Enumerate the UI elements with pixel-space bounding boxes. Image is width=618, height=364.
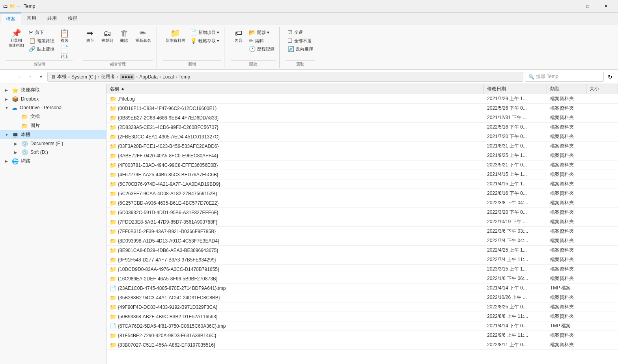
table-row[interactable]: 📁{0B89EB27-2C68-4686-9EB4-4F7ED6DDA833}2… [106, 113, 618, 123]
table-row[interactable]: 📁{9F91F548-D277-4AF7-B3A3-37B5FE934299}2… [106, 255, 618, 265]
invert-select-button[interactable]: 🔄 反向選擇 [286, 45, 315, 53]
copy-path-label: 複製路徑 [37, 38, 54, 44]
col-header-date[interactable]: 修改日期 [484, 84, 547, 94]
window-title: Temp [24, 4, 35, 9]
sidebar-item-onedrive[interactable]: ▼ ☁ OneDrive - Personal [0, 103, 106, 112]
table-row[interactable]: 📁{50B93368-AB2F-4B9C-B3B2-D1E52A116563}2… [106, 312, 618, 321]
folder-icon: 📁 [110, 238, 116, 244]
table-row[interactable]: 📁{6D03932C-591D-4DD1-95B6-A31F827EFE6F}2… [106, 208, 618, 217]
easy-access-button[interactable]: 💡 輕鬆存取 ▾ [189, 37, 221, 45]
rename-button[interactable]: ✏ 重新命名 [133, 28, 153, 44]
sidebar-item-drive-d[interactable]: ▶ 💿 Soft (D:) [0, 148, 106, 157]
table-row[interactable]: 📁{4F67279F-AA25-44B6-85C3-BED76A7F5C6B}2… [106, 170, 618, 179]
maximize-button[interactable]: □ [579, 0, 597, 13]
col-header-name[interactable]: 名稱 ▲ [106, 84, 484, 94]
path-part-temp[interactable]: Temp [179, 74, 190, 80]
cut-button[interactable]: ✂ 剪下 [27, 28, 56, 36]
tab-home[interactable]: 常用 [21, 13, 42, 25]
delete-button[interactable]: 🗑 刪除 [116, 28, 132, 44]
copy-label: 複製 [61, 38, 69, 43]
table-row[interactable]: 📁{81F54BE2-7290-420A-98D3-F631A39B146C}2… [106, 331, 618, 340]
sidebar-label-onedrive: OneDrive - Personal [20, 105, 63, 110]
table-row[interactable]: 📁{83B07027-C51E-455A-A862-EF8197035516}2… [106, 340, 618, 350]
history-button[interactable]: 🕐 歷程記錄 [247, 45, 276, 53]
back-button[interactable]: ← [3, 72, 13, 82]
sidebar-item-dropbox[interactable]: ▶ 📦 Dropbox [0, 95, 106, 103]
path-part-appdata[interactable]: AppData [139, 74, 158, 80]
select-all-button[interactable]: ☑ 全選 [286, 28, 315, 36]
file-size [586, 202, 618, 204]
table-row[interactable]: 📁{4F003781-E3AD-494C-99C8-EFFE36056E0B}2… [106, 161, 618, 170]
table-row[interactable]: 📁{03F3A20B-FCE1-4023-B456-533AFC20ADD6}2… [106, 142, 618, 151]
file-name-cell: 📁.FileLog [106, 95, 484, 103]
move-to-button[interactable]: ➡ 移至 [82, 28, 98, 44]
edit-button[interactable]: ✏ 編輯 [247, 37, 276, 45]
forward-button[interactable]: → [14, 72, 24, 82]
path-part-user[interactable]: ●●●● [120, 74, 134, 80]
copy-button[interactable]: 📋 複製 [57, 28, 73, 44]
paste-shortcut-icon: 🔗 [29, 46, 35, 52]
copy-to-icon: 🗂 [103, 29, 111, 37]
folder-icon: 📁 [110, 105, 116, 112]
address-path[interactable]: 🖥 本機 › System (C:) › 使用者 › ●●●● › AppDat… [47, 72, 523, 82]
tab-view[interactable]: 檢視 [62, 13, 83, 25]
table-row[interactable]: 📁{49F90F4D-DC83-4433-9192-B971D329F3CA}2… [106, 302, 618, 312]
file-name-cell: 📁{81F54BE2-7290-420A-98D3-F631A39B146C} [106, 331, 484, 340]
table-row[interactable]: 📁{10DCD9D0-83AA-4976-A0CC-D1470B791655}2… [106, 265, 618, 274]
table-row[interactable]: 📁.FileLog2021/7/29 上午 1...檔案資料夾 [106, 94, 618, 104]
file-size [586, 126, 618, 129]
new-folder-button[interactable]: 📁 新增資料夾 [163, 28, 188, 44]
tab-file[interactable]: 檔案 [0, 13, 21, 25]
table-row[interactable]: 📁{5C263FF7-9CAA-4D08-A182-27B47569152B}2… [106, 189, 618, 198]
table-row[interactable]: 📁{00D16F11-C834-4F47-96C2-612DC16600E1}2… [106, 104, 618, 113]
properties-button[interactable]: 🏷 內容 [231, 28, 246, 44]
sidebar-item-network[interactable]: ▶ 🌐 網路 [0, 157, 106, 166]
pin-quickaccess-button[interactable]: 📌 釘選到[快速存取] [6, 28, 26, 49]
up-button[interactable]: ↑ [25, 72, 35, 82]
table-row[interactable]: 📁{6C257CBD-A936-4635-B61E-4BC577D70E22}2… [106, 198, 618, 208]
table-row[interactable]: 📁{16C986EA-2DEF-46A5-8F66-5B9BF270873B}2… [106, 274, 618, 284]
table-row[interactable]: 📁{8D093998-A1D5-4D13-A91C-4C53F7E3EAD4}2… [106, 236, 618, 246]
pin-label: 釘選到[快速存取] [9, 38, 24, 48]
table-row[interactable]: 📁{7FDD23E8-5AB1-47D9-85D7-3561A903788F}2… [106, 217, 618, 227]
sidebar-item-thispc[interactable]: ▼ 💻 本機 [0, 130, 106, 139]
tab-share[interactable]: 共用 [42, 13, 62, 25]
col-header-type[interactable]: 類型 [547, 84, 586, 94]
copy-to-button[interactable]: 🗂 複製到 [99, 28, 116, 44]
minimize-button[interactable]: — [560, 0, 579, 13]
file-icon: 📄 [110, 323, 116, 329]
path-part-c[interactable]: System (C:) [71, 74, 96, 80]
table-row[interactable]: 📄{23AE1C0B-4745-4885-870E-2714BDF9A641}.… [106, 284, 618, 293]
open-button[interactable]: 📂 開啟 ▾ [247, 28, 276, 36]
table-row[interactable]: 📁{7FF0B315-2F39-43A7-B921-D0366F9F785B}2… [106, 227, 618, 236]
path-part-local[interactable]: Local [162, 74, 174, 80]
table-row[interactable]: 📄{67CA76D2-5DA5-4f81-8750-C8615C60A36C}.… [106, 321, 618, 331]
recent-button[interactable]: ▼ [36, 72, 46, 82]
sidebar-item-documents[interactable]: 📁 文檔 [0, 112, 106, 121]
table-row[interactable]: 📁{8E901CA8-6D29-4DB6-AEA3-BE3696943675}2… [106, 246, 618, 255]
search-box[interactable]: 🔍 搜尋 Temp [525, 72, 604, 82]
sidebar-item-quickaccess[interactable]: ▶ ⭐ 快速存取 [0, 86, 106, 95]
table-row[interactable]: 📁{2FBE3DCC-4EA1-4305-AED4-451C0131327C}2… [106, 132, 618, 142]
path-part-users[interactable]: 使用者 [101, 73, 115, 80]
table-row[interactable]: 📁{3ABE72FF-0420-40A5-8FC0-E96EC80AFF44}2… [106, 151, 618, 161]
file-date: 2021/9/25 上午 1... [484, 151, 547, 160]
file-date: 2022/10/26 上午 ... [484, 293, 547, 302]
path-part-local[interactable]: 本機 [57, 73, 67, 80]
sidebar-item-drive-e[interactable]: ▶ 💿 Documents (E:) [0, 139, 106, 148]
table-row[interactable]: 📁{5C70CB76-974D-4A21-9A7F-1AA0DAD19BD9}2… [106, 179, 618, 189]
paste-shortcut-button[interactable]: 🔗 貼上捷徑 [27, 45, 56, 53]
copy-path-button[interactable]: 📋 複製路徑 [27, 37, 56, 45]
new-item-button[interactable]: 📄 新增項目 ▾ [189, 28, 221, 36]
file-name-cell: 📁{7FDD23E8-5AB1-47D9-85D7-3561A903788F} [106, 218, 484, 226]
close-button[interactable]: ✕ [597, 0, 615, 13]
select-none-button[interactable]: ☐ 全部不選 [286, 37, 315, 45]
file-type: 檔案資料夾 [547, 104, 586, 113]
paste-button[interactable]: 📄 貼上 [57, 45, 73, 60]
table-row[interactable]: 📁{2D8328A5-CE21-4CD6-99F2-C260BFC56707}2… [106, 123, 618, 132]
organize-group-label: 組合管理 [82, 60, 153, 68]
refresh-button[interactable]: ↻ [605, 72, 615, 82]
table-row[interactable]: 📁{35B288B2-94C3-44A1-AC5C-24D31ED8C8BB}2… [106, 293, 618, 302]
col-header-size[interactable]: 大小 [586, 84, 618, 94]
sidebar-item-pictures[interactable]: 📁 圖片 [0, 121, 106, 130]
